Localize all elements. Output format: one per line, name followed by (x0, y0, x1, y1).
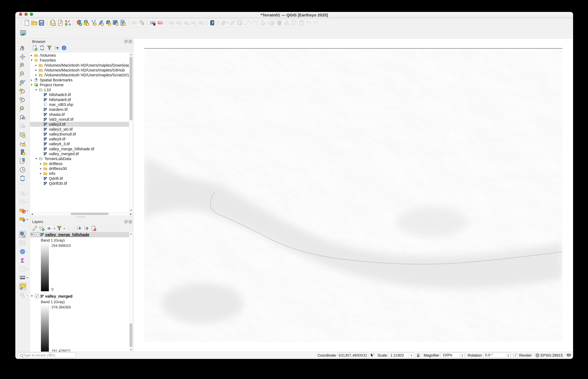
run-feature-action[interactable] (19, 291, 26, 299)
browser-item-valley9-tif[interactable]: valley9.tif (30, 137, 133, 142)
zoom-next[interactable] (19, 123, 26, 130)
data-source-manager-table[interactable] (19, 29, 27, 37)
add-group[interactable] (39, 225, 45, 231)
identify-features[interactable]: i (19, 231, 26, 238)
add-raster-layer[interactable] (112, 19, 119, 26)
show-hide-labels[interactable]: abc (175, 19, 183, 26)
browser-item-l10[interactable]: ▾L10 (30, 87, 133, 92)
browser-item-mardem-tif[interactable]: mardem.tif (30, 107, 133, 112)
modify-attributes[interactable] (260, 19, 267, 26)
layer-diagram-options[interactable] (138, 19, 145, 26)
expand-all[interactable] (76, 225, 82, 231)
expand-arrow-icon[interactable]: ▸ (40, 172, 42, 175)
move-label[interactable]: abc (183, 19, 190, 26)
zoom-last[interactable] (19, 114, 26, 121)
zoom-to-layer[interactable] (19, 88, 26, 95)
current-edits[interactable] (220, 19, 227, 26)
select-features[interactable] (19, 190, 26, 197)
data-source-manager[interactable] (75, 19, 83, 26)
layer-item-valley-merged[interactable]: ▾✓valley_merged (30, 294, 133, 299)
add-vector-tile-layer[interactable] (119, 19, 126, 26)
highlight-pinned-labels[interactable]: ab (149, 19, 157, 26)
magnifier-stepper[interactable]: 100% ▲▼ (441, 352, 464, 358)
select-by-location-dropdown-icon[interactable]: ▾ (27, 218, 28, 221)
browser-item-valley-merged-tif[interactable]: valley_merged.tif (30, 151, 133, 156)
lock-scale-icon[interactable] (416, 353, 421, 358)
browser-item-valley9-3-tif[interactable]: valley9_3.tif (30, 142, 133, 146)
add-mesh-layer[interactable] (105, 19, 112, 26)
zoom-out[interactable] (19, 71, 26, 78)
show-unplaced-labels[interactable]: abc (157, 19, 164, 26)
float-panel-icon[interactable] (124, 39, 128, 44)
remove-layer[interactable] (91, 225, 97, 231)
pin-unpin-labels[interactable]: abc (168, 19, 175, 26)
run-feature-action-dropdown-icon[interactable]: ▾ (27, 294, 28, 297)
cut-features[interactable] (283, 19, 290, 26)
expand-arrow-icon[interactable]: ▸ (35, 73, 37, 77)
new-geopackage-layer[interactable] (83, 19, 90, 26)
new-project[interactable] (23, 19, 31, 26)
modify-attributes-dropdown-icon[interactable]: ▾ (267, 21, 268, 24)
open-field-calculator[interactable] (19, 239, 26, 247)
new-print-layout[interactable] (49, 19, 57, 26)
close-panel-icon[interactable] (128, 39, 132, 44)
vertex-tool[interactable] (252, 19, 260, 26)
browser-item-volumes[interactable]: ▸/Volumes (30, 53, 133, 58)
layer-item-valley-merge-hillshade[interactable]: ▾✓valley_merge_hillshade (30, 232, 133, 237)
browser-item-spatial-bookmarks[interactable]: ▸Spatial Bookmarks (30, 78, 133, 82)
collapse-arrow-icon[interactable]: ▾ (31, 233, 33, 236)
expand-arrow-icon[interactable]: ▸ (40, 162, 42, 165)
measure-dropdown-icon[interactable]: ▾ (27, 276, 28, 279)
rotate-label[interactable]: abc (190, 19, 197, 26)
add-vector-layer[interactable] (90, 19, 97, 26)
temporal-controller[interactable] (19, 166, 26, 173)
expand-arrow-icon[interactable]: ▸ (31, 53, 32, 57)
refresh-map[interactable] (19, 175, 26, 182)
chevron-down-icon[interactable]: ▼ (409, 353, 414, 358)
collapse-arrow-icon[interactable]: ▾ (31, 294, 33, 298)
browser-item-hillshade9-tif[interactable]: hillshade9.tif (30, 97, 133, 102)
filter-legend[interactable] (56, 225, 62, 231)
zoom-to-selection[interactable] (19, 96, 26, 104)
browser-item-volumes-macintosh-hd-users-maples-scratch-14[interactable]: ▸/Volumes/Macintosh HD/Users/maples/Scra… (30, 73, 133, 78)
expand-arrow-icon[interactable]: ▸ (31, 78, 32, 82)
coordinate-extent-toggle-icon[interactable] (370, 353, 374, 358)
close-panel-icon[interactable] (128, 220, 132, 224)
browser-vertical-scrollbar[interactable]: ▲ ▼ (129, 53, 133, 212)
current-edits-dropdown-icon[interactable]: ▾ (228, 21, 229, 24)
deselect-features[interactable] (19, 207, 26, 214)
spinner-arrows-icon[interactable]: ▲▼ (460, 352, 464, 358)
browser-properties[interactable]: i (61, 45, 67, 51)
pan-map[interactable] (19, 45, 26, 52)
browser-item-qdrift30-tif[interactable]: Qdrift30.tif (30, 181, 133, 186)
toggle-editing[interactable] (229, 19, 236, 26)
spinner-arrows-icon[interactable]: ▲▼ (506, 352, 511, 358)
zoom-full[interactable] (19, 79, 26, 87)
collapse-all[interactable] (54, 45, 60, 51)
new-map-view[interactable] (19, 131, 26, 139)
collapse-arrow-icon[interactable]: ▾ (35, 157, 37, 160)
style-manager[interactable]: a (64, 19, 71, 26)
new-3d-map-view[interactable] (19, 140, 26, 147)
coordinate-input[interactable]: 631357,4850032 (337, 353, 368, 358)
save-layer-edits[interactable] (236, 19, 244, 26)
measure[interactable] (19, 274, 26, 281)
help-contents[interactable]: ? (209, 19, 216, 26)
digitize-with-segment[interactable] (244, 19, 251, 26)
filter-legend-dropdown-icon[interactable]: ▾ (64, 227, 65, 230)
change-label[interactable]: abc (197, 19, 205, 26)
zoom-native[interactable]: 1:1 (19, 105, 26, 112)
pan-to-selection[interactable] (19, 53, 26, 61)
browser-item-project-home[interactable]: ▾Project Home (30, 82, 133, 87)
browser-item-shasta-tif[interactable]: shasta.tif (30, 112, 133, 117)
zoom-in[interactable] (19, 62, 26, 69)
open-attribute-table-dropdown-icon[interactable]: ▾ (27, 268, 28, 271)
refresh-browser[interactable] (39, 45, 45, 51)
expand-arrow-icon[interactable]: ▸ (35, 68, 37, 72)
browser-item-valley3nonull-tif[interactable]: valley3nonull.tif (30, 132, 133, 137)
collapse-all-layers[interactable] (83, 225, 89, 231)
deselect-features-dropdown-icon[interactable]: ▾ (27, 209, 28, 212)
manage-map-themes[interactable] (46, 225, 52, 232)
select-features-by-value-dropdown-icon[interactable]: ▾ (27, 201, 28, 204)
manage-map-themes-dropdown-icon[interactable]: ▾ (54, 227, 55, 230)
